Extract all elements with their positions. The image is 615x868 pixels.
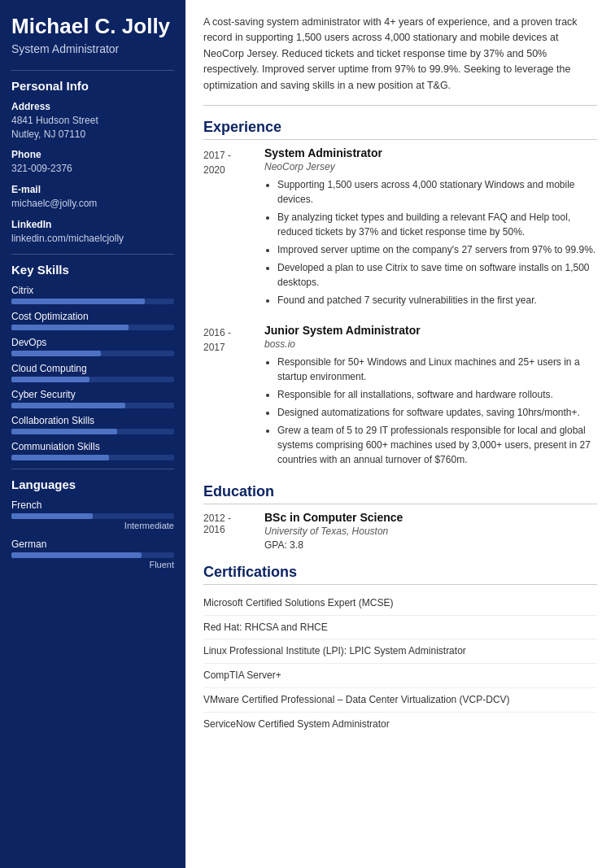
certification-item: Red Hat: RHCSA and RHCE <box>203 616 597 640</box>
language-item: French Intermediate <box>11 499 174 530</box>
skill-bar-bg <box>11 403 174 408</box>
experience-entry: 2017 -2020 System Administrator NeoCorp … <box>203 146 597 311</box>
phone-value: 321-009-2376 <box>11 162 174 176</box>
experience-heading: Experience <box>203 119 597 140</box>
skill-name: Communiation Skills <box>11 441 174 452</box>
edu-degree: BSc in Computer Science <box>264 511 403 524</box>
bullet-item: Improved server uptime on the company's … <box>277 242 597 257</box>
skill-bar-fill <box>11 299 145 304</box>
skill-bar-bg <box>11 455 174 460</box>
skill-name: Cyber Security <box>11 389 174 400</box>
exp-dates: 2017 -2020 <box>203 146 264 311</box>
personal-info-heading: Personal Info <box>11 70 174 93</box>
exp-details: Junior System Administrator boss.io Resp… <box>264 324 597 470</box>
address-label: Address <box>11 101 174 112</box>
candidate-name: Michael C. Jolly <box>11 15 174 39</box>
summary-text: A cost-saving system administrator with … <box>203 15 597 106</box>
skill-item: DevOps <box>11 337 174 356</box>
skill-bar-bg <box>11 377 174 382</box>
skill-bar-bg <box>11 325 174 330</box>
language-bar-bg <box>11 552 174 558</box>
exp-company: NeoCorp Jersey <box>264 161 597 172</box>
candidate-title: System Administrator <box>11 42 174 55</box>
language-bar-fill <box>11 552 142 558</box>
exp-bullets: Supporting 1,500 users across 4,000 stat… <box>277 177 597 308</box>
linkedin-value: linkedin.com/michaelcjolly <box>11 232 174 246</box>
language-level: Fluent <box>11 560 174 569</box>
edu-details: BSc in Computer Science University of Te… <box>264 511 403 551</box>
skill-item: Citrix <box>11 285 174 304</box>
language-item: German Fluent <box>11 539 174 569</box>
certification-item: ServiceNow Certified System Administrato… <box>203 713 597 736</box>
exp-job-title: System Administrator <box>264 146 597 159</box>
skill-name: Citrix <box>11 285 174 296</box>
bullet-item: Responsible for 50+ Windows and Linux ma… <box>277 355 597 384</box>
skill-bar-fill <box>11 325 129 330</box>
certification-item: Microsoft Certified Solutions Expert (MC… <box>203 591 597 616</box>
education-list: 2012 -2016 BSc in Computer Science Unive… <box>203 511 597 551</box>
language-level: Intermediate <box>11 521 174 530</box>
education-section: Education 2012 -2016 BSc in Computer Sci… <box>203 483 597 551</box>
skill-item: Communiation Skills <box>11 441 174 460</box>
skill-bar-bg <box>11 299 174 304</box>
linkedin-label: LinkedIn <box>11 219 174 230</box>
skill-bar-fill <box>11 429 117 434</box>
skill-name: Cost Optimization <box>11 311 174 322</box>
skill-bar-bg <box>11 429 174 434</box>
experience-list: 2017 -2020 System Administrator NeoCorp … <box>203 146 597 470</box>
exp-bullets: Responsible for 50+ Windows and Linux ma… <box>277 355 597 467</box>
experience-entry: 2016 -2017 Junior System Administrator b… <box>203 324 597 470</box>
bullet-item: Supporting 1,500 users across 4,000 stat… <box>277 177 597 207</box>
education-heading: Education <box>203 483 597 504</box>
skill-name: Cloud Computing <box>11 363 174 374</box>
email-label: E-mail <box>11 184 174 195</box>
experience-section: Experience 2017 -2020 System Administrat… <box>203 119 597 470</box>
bullet-item: By analyzing ticket types and building a… <box>277 210 597 239</box>
skill-item: Cloud Computing <box>11 363 174 382</box>
skill-item: Cost Optimization <box>11 311 174 330</box>
certifications-heading: Certifications <box>203 564 597 585</box>
skill-item: Cyber Security <box>11 389 174 408</box>
certifications-section: Certifications Microsoft Certified Solut… <box>203 564 597 736</box>
edu-dates: 2012 -2016 <box>203 511 264 551</box>
skill-bar-bg <box>11 351 174 356</box>
edu-gpa: GPA: 3.8 <box>264 539 403 551</box>
education-entry: 2012 -2016 BSc in Computer Science Unive… <box>203 511 597 551</box>
main-content: A cost-saving system administrator with … <box>185 0 615 868</box>
bullet-item: Responsible for all installations, softw… <box>277 387 597 402</box>
edu-school: University of Texas, Houston <box>264 526 403 537</box>
address-value: 4841 Hudson StreetNutley, NJ 07110 <box>11 114 174 142</box>
languages-list: French Intermediate German Fluent <box>11 499 174 569</box>
certification-item: VMware Certified Professional – Data Cen… <box>203 688 597 713</box>
exp-details: System Administrator NeoCorp Jersey Supp… <box>264 146 597 311</box>
skills-heading: Key Skills <box>11 254 174 277</box>
language-name: French <box>11 499 174 511</box>
certification-item: Linux Professional Institute (LPI): LPIC… <box>203 639 597 664</box>
bullet-item: Designed automatizations for software up… <box>277 405 597 420</box>
skills-list: Citrix Cost Optimization DevOps Cloud Co… <box>11 285 174 460</box>
language-bar-bg <box>11 513 174 519</box>
skill-bar-fill <box>11 351 101 356</box>
language-bar-fill <box>11 513 93 519</box>
email-value: michaelc@jolly.com <box>11 197 174 211</box>
bullet-item: Grew a team of 5 to 29 IT professionals … <box>277 423 597 467</box>
skill-bar-fill <box>11 455 109 460</box>
skill-item: Collaboration Skills <box>11 415 174 434</box>
skill-bar-fill <box>11 377 89 382</box>
skill-bar-fill <box>11 403 125 408</box>
exp-company: boss.io <box>264 338 597 350</box>
exp-job-title: Junior System Administrator <box>264 324 597 337</box>
resume-container: Michael C. Jolly System Administrator Pe… <box>0 0 615 868</box>
exp-dates: 2016 -2017 <box>203 324 264 470</box>
languages-heading: Languages <box>11 469 174 491</box>
sidebar: Michael C. Jolly System Administrator Pe… <box>0 0 185 868</box>
bullet-item: Found and patched 7 security vulnerabili… <box>277 293 597 308</box>
certification-item: CompTIA Server+ <box>203 664 597 688</box>
phone-label: Phone <box>11 149 174 160</box>
certifications-list: Microsoft Certified Solutions Expert (MC… <box>203 591 597 736</box>
skill-name: DevOps <box>11 337 174 348</box>
language-name: German <box>11 539 174 550</box>
skill-name: Collaboration Skills <box>11 415 174 426</box>
bullet-item: Developed a plan to use Citrix to save t… <box>277 260 597 290</box>
